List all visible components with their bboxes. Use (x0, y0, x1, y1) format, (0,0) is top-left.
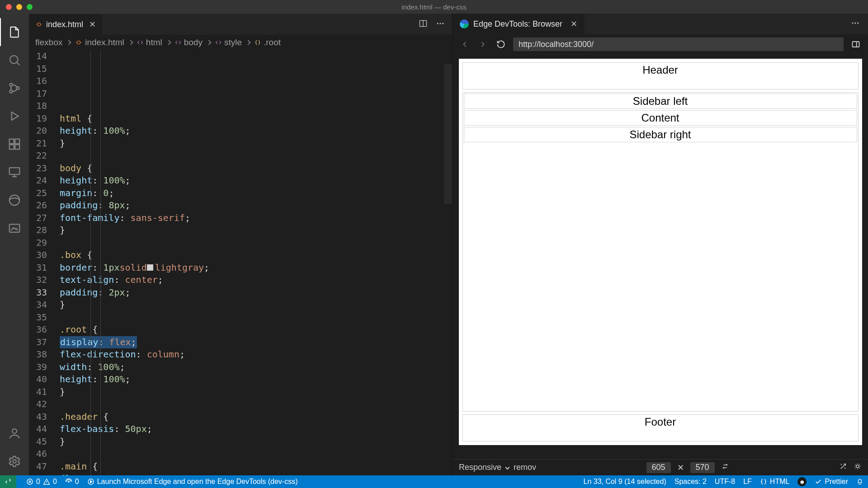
tag-icon (137, 39, 143, 46)
tag-icon (215, 39, 222, 46)
back-button[interactable] (459, 38, 471, 50)
maximize-window-button[interactable] (27, 4, 33, 10)
svg-rect-4 (9, 139, 14, 144)
preview-sidebar-right: Sidebar right (464, 127, 857, 142)
editor-tabs: index.html ✕ (29, 14, 452, 35)
notifications-icon[interactable] (856, 478, 863, 485)
devtools-tab-label: Edge DevTools: Browser (473, 19, 562, 29)
svg-point-17 (852, 22, 854, 23)
width-input[interactable]: 605 (646, 462, 671, 473)
breadcrumb-file[interactable]: index.html (85, 38, 124, 47)
image-preview-icon[interactable] (0, 214, 29, 242)
breadcrumb-body[interactable]: body (184, 38, 203, 47)
status-bar: 0 0 0 Launch Microsoft Edge and open the… (0, 475, 868, 488)
ports-status[interactable]: 0 (65, 478, 79, 486)
tab-label: index.html (46, 20, 83, 29)
svg-point-23 (68, 481, 69, 483)
eol-status[interactable]: LF (743, 478, 752, 486)
remote-explorer-icon[interactable] (0, 158, 29, 186)
svg-point-3 (16, 87, 19, 89)
device-mode-dropdown[interactable]: Responsive remov (459, 463, 536, 472)
svg-rect-20 (853, 42, 859, 47)
devtools-tabs: Edge DevTools: Browser ✕ (453, 14, 868, 34)
breadcrumbs[interactable]: flexbox index.html html body style .root (29, 35, 452, 50)
svg-point-15 (440, 23, 441, 24)
more-actions-icon[interactable] (436, 19, 445, 30)
svg-point-1 (9, 83, 12, 86)
breadcrumb-style[interactable]: style (224, 38, 242, 47)
height-input[interactable]: 570 (690, 462, 715, 473)
device-toolbar: Responsive remov 605 ✕ 570 (453, 459, 868, 475)
svg-point-21 (856, 465, 859, 468)
split-editor-icon[interactable] (419, 19, 428, 30)
emulate-css-icon[interactable] (854, 462, 862, 473)
svg-point-19 (857, 22, 859, 23)
svg-point-2 (9, 90, 12, 93)
screencast-magic-icon[interactable] (839, 462, 847, 473)
remote-indicator[interactable] (0, 475, 16, 488)
editor-group: index.html ✕ flexbox index.html html (29, 14, 452, 475)
code-editor[interactable]: 1415161718192021222324252627282930313233… (29, 50, 452, 475)
minimize-window-button[interactable] (16, 4, 22, 10)
breadcrumb-folder[interactable]: flexbox (35, 38, 62, 47)
code-content[interactable]: html { height: 100%; } body { height: 10… (60, 50, 452, 475)
tab-close-icon[interactable]: ✕ (89, 19, 96, 29)
cursor-position[interactable]: Ln 33, Col 9 (14 selected) (583, 478, 666, 486)
preview-main: Sidebar left Content Sidebar right (462, 92, 859, 412)
svg-point-11 (12, 429, 17, 433)
svg-point-12 (13, 460, 16, 463)
chevron-right-icon (206, 40, 211, 45)
swap-dimensions-icon[interactable] (721, 462, 729, 473)
accounts-icon[interactable] (0, 419, 29, 447)
breadcrumb-root[interactable]: .root (264, 38, 281, 47)
edge-tools-icon[interactable] (0, 186, 29, 214)
forward-button[interactable] (477, 38, 489, 50)
breadcrumb-html[interactable]: html (146, 38, 162, 47)
chevron-down-icon (505, 465, 510, 470)
tweet-feedback-icon[interactable]: ☻ (797, 477, 807, 486)
open-devtools-button[interactable] (850, 38, 862, 50)
svg-point-18 (855, 22, 856, 23)
minimap[interactable] (444, 50, 452, 475)
language-mode[interactable]: HTML (760, 478, 790, 486)
url-input[interactable]: http://localhost:3000/ (513, 38, 844, 51)
svg-point-16 (442, 23, 443, 24)
line-number-gutter: 1415161718192021222324252627282930313233… (29, 50, 60, 475)
preview-content: Content (464, 110, 857, 126)
tab-index-html[interactable]: index.html ✕ (29, 14, 103, 35)
settings-gear-icon[interactable] (0, 447, 29, 475)
preview-area: Header Sidebar left Content Sidebar righ… (453, 54, 868, 459)
extensions-icon[interactable] (0, 130, 29, 158)
more-actions-icon[interactable] (851, 19, 860, 30)
problems-status[interactable]: 0 0 (26, 478, 57, 486)
reload-button[interactable] (495, 38, 507, 50)
svg-rect-8 (9, 168, 20, 174)
close-window-button[interactable] (6, 4, 12, 10)
tab-edge-devtools[interactable]: Edge DevTools: Browser ✕ (453, 14, 585, 34)
browser-toolbar: http://localhost:3000/ (453, 34, 868, 54)
task-status[interactable]: Launch Microsoft Edge and open the Edge … (87, 478, 298, 486)
svg-rect-7 (15, 145, 19, 149)
edge-icon (460, 19, 469, 28)
dimension-separator: ✕ (677, 463, 684, 473)
preview-header: Header (462, 62, 859, 89)
indentation-status[interactable]: Spaces: 2 (675, 478, 707, 486)
svg-point-14 (437, 23, 439, 24)
preview-sidebar-left: Sidebar left (464, 94, 857, 109)
window-controls (0, 4, 33, 10)
tab-close-icon[interactable]: ✕ (571, 19, 577, 29)
html-file-icon (35, 21, 42, 28)
source-control-icon[interactable] (0, 74, 29, 102)
prettier-status[interactable]: Prettier (815, 478, 848, 486)
chevron-right-icon (166, 40, 171, 45)
svg-point-9 (9, 195, 20, 206)
run-debug-icon[interactable] (0, 102, 29, 130)
activity-bar (0, 14, 29, 475)
page-preview[interactable]: Header Sidebar left Content Sidebar righ… (459, 59, 862, 445)
devtools-panel: Edge DevTools: Browser ✕ http://localhos… (452, 14, 868, 475)
encoding-status[interactable]: UTF-8 (715, 478, 735, 486)
tag-icon (175, 39, 181, 46)
search-icon[interactable] (0, 46, 29, 74)
explorer-icon[interactable] (0, 18, 29, 46)
window-title: index.html — dev-css (401, 3, 466, 11)
